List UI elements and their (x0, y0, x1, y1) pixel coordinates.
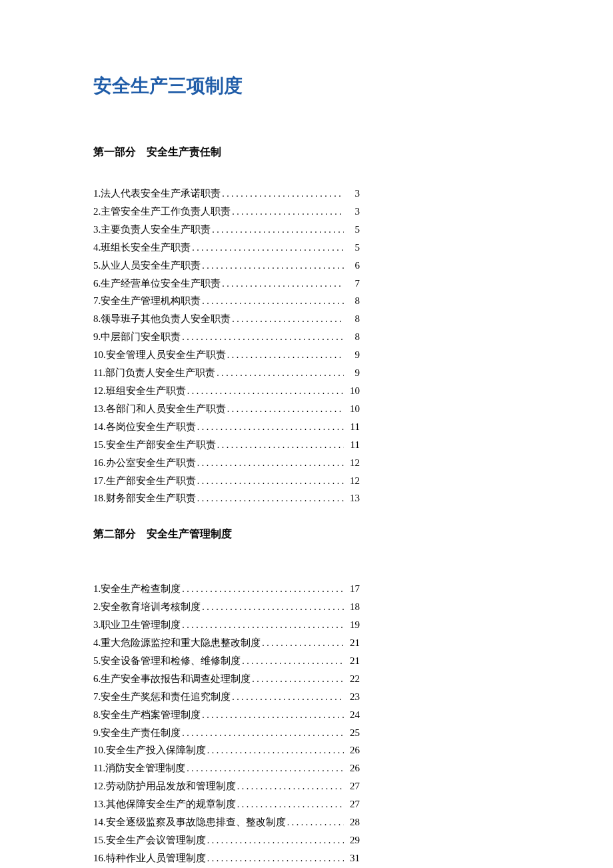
toc-item-label: 安全生产检查制度 (101, 580, 181, 598)
toc-item-page: 11 (344, 436, 360, 454)
toc-item-number: 10. (93, 346, 106, 364)
toc-item-label: 班组长安全生产职责 (101, 239, 191, 257)
toc-item-page: 11 (344, 418, 360, 436)
toc-item-page: 7 (344, 275, 360, 293)
toc-item-number: 15. (93, 831, 106, 849)
toc-item: 5. 安全设备管理和检修、维修制度21 (93, 652, 360, 670)
toc-item: 8. 领导班子其他负责人安全职责8 (93, 310, 360, 328)
section-2-header: 第二部分 安全生产管理制度 (93, 527, 520, 541)
toc-dots (186, 382, 344, 400)
toc-item-number: 8. (93, 310, 101, 328)
toc-item-number: 12. (93, 777, 106, 795)
toc-item: 14. 安全逐级监察及事故隐患排查、整改制度28 (93, 813, 360, 831)
toc-item-label: 主要负责人安全生产职责 (101, 221, 211, 239)
toc-item-page: 9 (344, 346, 360, 364)
toc-item: 14. 各岗位安全生产职责11 (93, 418, 360, 436)
toc-item-number: 14. (93, 813, 106, 831)
toc-item-page: 18 (344, 598, 360, 616)
toc-item: 10. 安全管理人员安全生产职责9 (93, 346, 360, 364)
toc-item-number: 11. (93, 364, 105, 382)
toc-item-page: 24 (344, 706, 360, 724)
toc-item-label: 职业卫生管理制度 (101, 616, 181, 634)
toc-item-label: 安全逐级监察及事故隐患排查、整改制度 (106, 813, 286, 831)
toc-item: 3. 职业卫生管理制度19 (93, 616, 360, 634)
toc-item: 16. 办公室安全生产职责12 (93, 454, 360, 472)
toc-dots (201, 257, 344, 275)
toc-item-page: 27 (344, 777, 360, 795)
toc-item: 6. 生产安全事故报告和调查处理制度22 (93, 670, 360, 688)
toc-item-page: 8 (344, 310, 360, 328)
toc-item-page: 22 (344, 670, 360, 688)
toc-item-number: 16. (93, 454, 106, 472)
toc-dots (241, 652, 344, 670)
toc-item-number: 13. (93, 400, 106, 418)
toc-item-label: 部门负责人安全生产职责 (105, 364, 215, 382)
toc-item-number: 16. (93, 849, 106, 867)
section-1-header: 第一部分 安全生产责任制 (93, 145, 520, 159)
toc-item-number: 13. (93, 795, 106, 813)
toc-dots (231, 203, 344, 221)
toc-item-number: 18. (93, 489, 106, 507)
toc-item: 1. 安全生产检查制度17 (93, 580, 360, 598)
toc-item-label: 安全设备管理和检修、维修制度 (101, 652, 241, 670)
toc-item: 7. 安全生产奖惩和责任追究制度23 (93, 688, 360, 706)
toc-dots (231, 310, 344, 328)
toc-item-page: 5 (344, 221, 360, 239)
toc-item-label: 领导班子其他负责人安全职责 (101, 310, 231, 328)
toc-item-page: 3 (344, 203, 360, 221)
toc-dots (211, 221, 344, 239)
toc-list-1: 1. 法人代表安全生产承诺职责32. 主管安全生产工作负责人职责33. 主要负责… (93, 185, 360, 507)
toc-dots (181, 328, 344, 346)
toc-item: 13. 各部门和人员安全生产职责10 (93, 400, 360, 418)
toc-item: 16. 特种作业人员管理制度31 (93, 849, 360, 867)
toc-item: 15. 安全生产会议管理制度29 (93, 831, 360, 849)
toc-item-number: 1. (93, 185, 101, 203)
toc-item-number: 3. (93, 221, 101, 239)
toc-dots (196, 472, 344, 490)
toc-item: 6. 生产经营单位安全生产职责7 (93, 275, 360, 293)
toc-dots (206, 831, 344, 849)
toc-dots (216, 436, 344, 454)
toc-item: 4. 班组长安全生产职责5 (93, 239, 360, 257)
toc-item-label: 其他保障安全生产的规章制度 (106, 795, 236, 813)
toc-item-number: 6. (93, 275, 101, 293)
toc-dots (181, 616, 344, 634)
toc-dots (196, 454, 344, 472)
toc-item-label: 安全生产会议管理制度 (106, 831, 206, 849)
toc-item-page: 31 (344, 849, 360, 867)
toc-item-page: 25 (344, 724, 360, 742)
toc-item-page: 26 (344, 741, 360, 759)
toc-item-page: 27 (344, 795, 360, 813)
toc-dots (206, 849, 344, 867)
toc-item: 12. 班组安全生产职责10 (93, 382, 360, 400)
document-title: 安全生产三项制度 (93, 73, 520, 99)
toc-item-number: 1. (93, 580, 101, 598)
toc-item-label: 消防安全管理制度 (105, 759, 185, 777)
toc-item-number: 11. (93, 759, 105, 777)
toc-item-label: 安全管理人员安全生产职责 (106, 346, 226, 364)
toc-item-label: 生产部安全生产职责 (106, 472, 196, 490)
toc-item-label: 安全生产管理机构职责 (101, 292, 201, 310)
toc-item-label: 安全生产投入保障制度 (106, 741, 206, 759)
toc-item-number: 7. (93, 688, 101, 706)
toc-item-number: 6. (93, 670, 101, 688)
toc-item-label: 安全教育培训考核制度 (101, 598, 201, 616)
toc-item: 13. 其他保障安全生产的规章制度27 (93, 795, 360, 813)
toc-item-number: 9. (93, 328, 101, 346)
section-2: 第二部分 安全生产管理制度 1. 安全生产检查制度172. 安全教育培训考核制度… (93, 527, 520, 867)
toc-item-label: 班组安全生产职责 (106, 382, 186, 400)
toc-item-label: 生产经营单位安全生产职责 (101, 275, 221, 293)
toc-item-label: 安全生产部安全生产职责 (106, 436, 216, 454)
toc-dots (226, 400, 344, 418)
toc-item-label: 各岗位安全生产职责 (106, 418, 196, 436)
toc-item-page: 13 (344, 489, 360, 507)
toc-item-page: 19 (344, 616, 360, 634)
toc-item-number: 3. (93, 616, 101, 634)
toc-item-page: 12 (344, 454, 360, 472)
toc-item-label: 办公室安全生产职责 (106, 454, 196, 472)
toc-item-page: 8 (344, 292, 360, 310)
toc-item-number: 2. (93, 203, 101, 221)
toc-dots (231, 688, 344, 706)
toc-item-page: 17 (344, 580, 360, 598)
toc-item: 9. 安全生产责任制度25 (93, 724, 360, 742)
